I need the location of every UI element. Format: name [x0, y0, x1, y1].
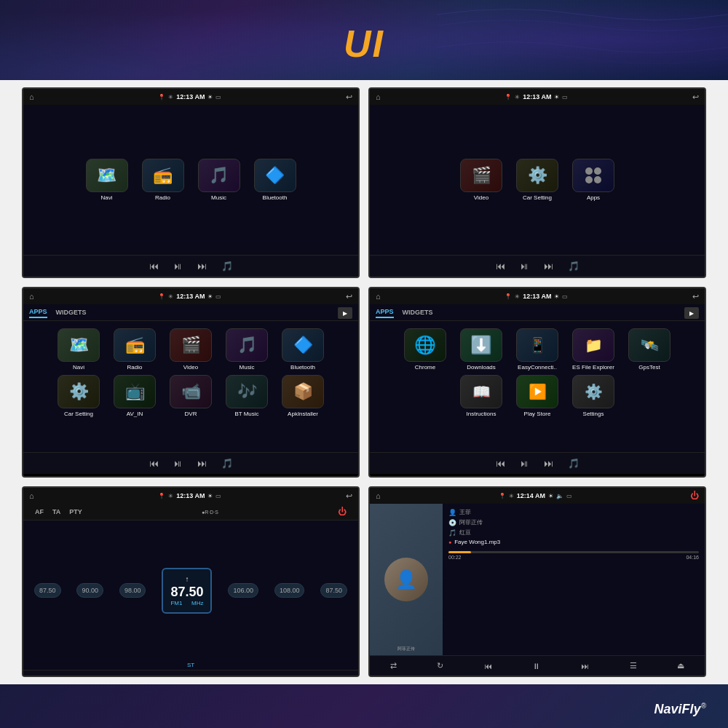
- play-s3[interactable]: ⏯: [173, 458, 183, 469]
- freq-8750[interactable]: 87.50: [34, 583, 61, 598]
- music-eject[interactable]: ⏏: [677, 661, 684, 670]
- svg-point-3: [594, 176, 601, 183]
- prev-track-s2[interactable]: ⏮: [496, 261, 505, 272]
- track-3[interactable]: 🎵 红豆: [448, 529, 699, 537]
- freq-8750b[interactable]: 87.50: [320, 583, 347, 598]
- chrome-label-s4: Chrome: [415, 364, 435, 371]
- radio-search[interactable]: 🔍: [274, 676, 284, 677]
- app-easy-s4[interactable]: 📱 EasyConnecti..: [514, 328, 561, 371]
- app-downloads-s4[interactable]: ⬇️ Downloads: [458, 328, 505, 371]
- home-icon-s2[interactable]: ⌂: [376, 92, 381, 101]
- tab-apps-s3[interactable]: APPS: [29, 308, 47, 318]
- tab-apps-s4[interactable]: APPS: [376, 308, 394, 318]
- repeat-btn[interactable]: ↻: [437, 661, 443, 670]
- track-1[interactable]: 👤 王菲: [448, 508, 699, 516]
- freq-main[interactable]: ↑ 87.50 FM1 MHz: [162, 568, 212, 614]
- app-dvr-s3[interactable]: 📹 DVR: [167, 375, 215, 417]
- home-icon-s4[interactable]: ⌂: [376, 292, 381, 301]
- music-list[interactable]: ☰: [630, 661, 637, 670]
- app-radio-s1[interactable]: 📻 Radio: [139, 159, 186, 201]
- shuffle-btn[interactable]: ⇄: [390, 661, 397, 670]
- home-icon-s6[interactable]: ⌂: [376, 491, 381, 500]
- app-bluetooth-s3[interactable]: 🔷 Bluetooth: [280, 328, 327, 371]
- prev-s3[interactable]: ⏮: [149, 458, 159, 469]
- app-carsetting-s2[interactable]: ⚙️ Car Setting: [514, 159, 561, 201]
- app-btmusic-s3[interactable]: 🎶 BT Music: [223, 375, 271, 417]
- brand-mark: ®: [701, 702, 706, 710]
- back-icon-s1[interactable]: ↩: [346, 92, 352, 102]
- freq-9000[interactable]: 90.00: [76, 583, 103, 598]
- app-video-s3[interactable]: 🎬 Video: [167, 328, 215, 371]
- app-apps-s2[interactable]: Apps: [570, 159, 617, 201]
- next-track-s1[interactable]: ⏭: [197, 261, 207, 272]
- prev-s4[interactable]: ⏮: [496, 458, 505, 469]
- app-video-s2[interactable]: 🎬 Video: [458, 159, 505, 201]
- tab-widgets-s3[interactable]: WIDGETS: [56, 309, 87, 317]
- freq-9800[interactable]: 98.00: [119, 583, 146, 598]
- tab-widgets-s4[interactable]: WIDGETS: [403, 309, 433, 317]
- play-pause-s1[interactable]: ⏯: [173, 261, 183, 272]
- power-icon-s6[interactable]: ⏻: [690, 491, 699, 501]
- bluetooth-icon-s4: ✳: [515, 293, 520, 300]
- freq-10600[interactable]: 106.00: [228, 583, 258, 598]
- app-gps-s4[interactable]: 🛰️ GpsTest: [626, 328, 673, 371]
- track-current[interactable]: ● Faye Wong1.mp3: [448, 539, 699, 545]
- app-chrome-s4[interactable]: 🌐 Chrome: [402, 328, 449, 371]
- app-bluetooth-s1[interactable]: 🔷 Bluetooth: [251, 159, 298, 201]
- app-navi-s3[interactable]: 🗺️ Navi: [55, 328, 103, 371]
- progress-bar-bg[interactable]: [448, 551, 699, 553]
- radio-pty[interactable]: PTY: [69, 508, 82, 515]
- next-track-s2[interactable]: ⏭: [544, 261, 553, 272]
- app-settings-s4[interactable]: ⚙️ Settings: [570, 375, 617, 417]
- home-icon-s3[interactable]: ⌂: [29, 292, 34, 301]
- music-prev[interactable]: ⏮: [484, 662, 492, 670]
- play-s4[interactable]: ⏯: [520, 458, 529, 469]
- app-music-s3[interactable]: 🎵 Music: [223, 328, 271, 371]
- radio-ta[interactable]: TA: [52, 508, 60, 515]
- next-s4[interactable]: ⏭: [544, 458, 553, 469]
- play-pause-s2[interactable]: ⏯: [520, 261, 529, 272]
- radio-screen-content: AF TA PTY ●R·D·S ⏻ 87.50 90.00 98.00 ↑ 8…: [23, 504, 358, 677]
- app-navi-s1[interactable]: 🗺️ Navi: [83, 159, 130, 201]
- back-icon-s2[interactable]: ↩: [692, 92, 699, 102]
- radio-next[interactable]: ⏭: [220, 677, 228, 678]
- album-circle: 👤: [384, 558, 428, 601]
- app-radio-s3[interactable]: 📻 Radio: [111, 328, 159, 371]
- app-carsetting-s3[interactable]: ⚙️ Car Setting: [55, 375, 103, 417]
- app-es-s4[interactable]: 📁 ES File Explorer: [570, 328, 617, 371]
- app-playstore-s4[interactable]: ▶️ Play Store: [514, 375, 561, 417]
- home-icon-s5[interactable]: ⌂: [29, 491, 34, 500]
- chrome-icon-s4: 🌐: [404, 328, 446, 362]
- app-apk-s3[interactable]: 📦 ApkInstaller: [280, 375, 327, 417]
- avin-label-s3: AV_IN: [127, 411, 143, 417]
- app-music-s1[interactable]: 🎵 Music: [195, 159, 242, 201]
- music-next[interactable]: ⏭: [581, 662, 589, 670]
- apps-icon-s2: [572, 159, 614, 192]
- music-pause[interactable]: ⏸: [532, 662, 540, 670]
- freq-10800[interactable]: 108.00: [274, 583, 305, 598]
- play-store-btn-s4[interactable]: ▶: [684, 307, 699, 319]
- play-store-btn-s3[interactable]: ▶: [338, 307, 352, 319]
- app-instructions-s4[interactable]: 📖 Instructions: [458, 375, 505, 417]
- radio-vol-icon[interactable]: 🔈: [47, 676, 57, 677]
- prev-track-s1[interactable]: ⏮: [149, 261, 159, 272]
- track-2-name: 阿菲正传: [459, 518, 483, 526]
- back-icon-s3[interactable]: ↩: [346, 292, 352, 301]
- apps-row2-s3: ⚙️ Car Setting 📺 AV_IN 📹 DVR 🎶 BT Music: [26, 375, 355, 417]
- page-wrapper: UI ⌂ 📍 ✳ 12:13 AM ☀ ▭ ↩: [0, 0, 728, 728]
- track-2[interactable]: 💿 阿菲正传: [448, 518, 699, 526]
- radio-power[interactable]: ⏻: [338, 507, 347, 517]
- radio-af[interactable]: AF: [35, 508, 44, 515]
- radio-prev[interactable]: ⏮: [166, 677, 174, 678]
- page-title: UI: [344, 22, 384, 66]
- music-s4: 🎵: [568, 458, 579, 469]
- bluetooth-label-s3: Bluetooth: [290, 364, 315, 371]
- back-icon-s5[interactable]: ↩: [346, 491, 352, 501]
- radio-icon-s3: 📻: [114, 328, 156, 362]
- apps-row1-s4: 🌐 Chrome ⬇️ Downloads 📱 EasyConnecti.. 📁…: [373, 328, 702, 371]
- next-s3[interactable]: ⏭: [197, 458, 207, 469]
- back-icon-s4[interactable]: ↩: [692, 292, 699, 301]
- app-avin-s3[interactable]: 📺 AV_IN: [111, 375, 159, 417]
- radio-list[interactable]: ≡: [331, 677, 335, 678]
- home-icon[interactable]: ⌂: [29, 92, 34, 101]
